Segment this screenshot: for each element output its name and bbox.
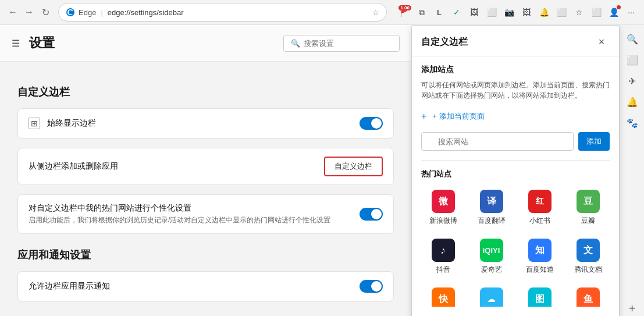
always-show-label: 始终显示边栏 (47, 118, 360, 129)
search-icon: 🔍 (291, 39, 300, 48)
douyin-label: 抖音 (436, 265, 450, 275)
personalize-label: 对自定义边栏中我的热门网站进行个性化设置 (29, 203, 360, 214)
paw-sidebar-button[interactable]: 🐾 (623, 113, 642, 132)
refresh-button[interactable]: ↻ (37, 4, 54, 20)
always-show-toggle[interactable] (360, 117, 383, 130)
settings-search-input[interactable] (304, 39, 392, 48)
personalize-row: 对自定义边栏中我的热门网站进行个性化设置 启用此功能后，我们将根据你的浏览历史记… (18, 195, 393, 233)
hot-site-douyin[interactable]: ♪ 抖音 (421, 235, 465, 278)
customize-sidebar-button[interactable]: 自定义边栏 (324, 157, 383, 176)
more-button[interactable]: ··· (623, 4, 639, 20)
browser-chrome: ← → ↻ Edge | edge://settings/sidebar ☆ 🚩… (0, 0, 644, 25)
sidebar-toggle-button[interactable]: ⬜ (553, 4, 570, 20)
add-remove-apps-card: 从侧边栏添加或删除应用 自定义边栏 (17, 148, 394, 185)
popup-panel: 自定义边栏 × 添加站点 可以将任何网站或网页添加到边栏。添加当前页面、搜索热门… (411, 25, 620, 316)
flag-button[interactable]: 🚩 1.00 (396, 4, 412, 20)
notifications-toggle[interactable] (360, 280, 383, 293)
split-view-button[interactable]: ⧉ (414, 4, 430, 20)
popup-title: 自定义边栏 (421, 36, 468, 48)
hot-site-baidu-zhidao[interactable]: 知 百度知道 (518, 235, 561, 278)
flag-badge: 1.00 (399, 5, 411, 10)
toggle-knob (371, 118, 382, 129)
shields-button[interactable]: ✓ (449, 4, 465, 20)
gallery-button[interactable]: 🖼 (518, 4, 535, 20)
plus-icon: + (421, 111, 426, 122)
favorites-button[interactable]: ☆ (571, 4, 587, 20)
xiaohongshu-icon: 红 (528, 190, 552, 213)
add-site-desc: 可以将任何网站或网页添加到边栏。添加当前页面、搜索热门网站或在下面选择热门网站，… (421, 80, 610, 101)
douban-label: 豆瓣 (581, 216, 595, 226)
notifications-row: 允许边栏应用显示通知 (18, 272, 393, 301)
hot-site-douyu[interactable]: 鱼 斗鱼 (566, 284, 610, 307)
notifications-card: 允许边栏应用显示通知 (17, 271, 394, 301)
add-remove-apps-row: 从侧边栏添加或删除应用 自定义边栏 (18, 148, 393, 184)
hot-site-tencent-docs[interactable]: 文 腾讯文档 (566, 235, 610, 278)
always-show-sidebar-row: ⊞ 始终显示边栏 (18, 109, 393, 138)
hot-site-weibo[interactable]: 微 新浪微博 (421, 186, 465, 229)
add-current-page-button[interactable]: + + 添加当前页面 (421, 109, 610, 124)
readwise-button[interactable]: L (431, 4, 447, 20)
send-sidebar-button[interactable]: ✈ (623, 72, 642, 90)
tencent-docs-icon: 文 (577, 239, 600, 262)
iqiyi-icon: iQIYI (480, 239, 503, 262)
weibo-icon: 微 (432, 190, 455, 213)
personalize-card: 对自定义边栏中我的热门网站进行个性化设置 启用此功能后，我们将根据你的浏览历史记… (17, 194, 394, 234)
tools-sidebar-button[interactable]: ⬜ (623, 51, 642, 69)
screenshot-button[interactable]: 📷 (501, 4, 517, 20)
copy-button[interactable]: ⬜ (483, 4, 500, 20)
image-button[interactable]: 🖼 (466, 4, 482, 20)
personalize-sub: 启用此功能后，我们将根据你的浏览历史记录/活动对自定义边栏中显示的热门网站进行个… (29, 215, 360, 225)
search-site-input[interactable] (421, 132, 574, 151)
address-text: edge://settings/sidebar (108, 8, 184, 17)
add-site-title: 添加站点 (421, 65, 610, 75)
hot-site-baidu-netdisk[interactable]: ☁ 百度网盘 (469, 284, 513, 307)
hot-sites-title: 热门站点 (421, 169, 610, 179)
hot-site-qiantu[interactable]: 图 千图网 (518, 284, 561, 307)
toolbar: 🚩 1.00 ⧉ L ✓ 🖼 ⬜ 📷 🖼 🔔 ⬜ ☆ ⬜ 👤 ··· (396, 4, 639, 20)
notifications-label: 允许边栏应用显示通知 (29, 281, 360, 292)
hot-site-xiaohongshu[interactable]: 红 小红书 (518, 186, 561, 229)
star-icon[interactable]: ☆ (372, 8, 379, 17)
xiaohongshu-label: 小红书 (529, 216, 550, 226)
profile-button[interactable]: 👤 (606, 4, 622, 20)
popup-close-button[interactable]: × (593, 34, 610, 50)
notification-sidebar-button[interactable]: 🔔 (623, 93, 642, 111)
back-button[interactable]: ← (5, 4, 21, 20)
content-area: ☰ 设置 🔍 自定义边栏 ⊞ 始终显示边栏 (0, 25, 644, 316)
add-sidebar-button[interactable]: + (623, 299, 642, 316)
baidu-translate-label: 百度翻译 (478, 216, 506, 226)
hot-site-douban[interactable]: 豆 豆瓣 (566, 186, 610, 229)
share-button[interactable]: 🔔 (536, 4, 552, 20)
hot-sites-grid: 微 新浪微博 译 百度翻译 (421, 186, 610, 307)
settings-content: 自定义边栏 ⊞ 始终显示边栏 从侧边栏添加或删除应用 自定义边栏 (0, 62, 411, 316)
toggle-knob-3 (371, 281, 382, 292)
search-sidebar-button[interactable]: 🔍 (623, 30, 642, 48)
hot-site-iqiyi[interactable]: iQIYI 爱奇艺 (469, 235, 513, 278)
personalize-toggle[interactable] (360, 208, 383, 221)
always-show-sidebar-card: ⊞ 始终显示边栏 (17, 108, 394, 139)
tencent-docs-label: 腾讯文档 (574, 265, 602, 275)
hamburger-icon[interactable]: ☰ (12, 38, 20, 49)
divider (421, 160, 610, 161)
douyin-icon: ♪ (432, 239, 455, 262)
add-site-button[interactable]: 添加 (578, 132, 610, 151)
right-side: 自定义边栏 × 添加站点 可以将任何网站或网页添加到边栏。添加当前页面、搜索热门… (411, 25, 644, 316)
qiantu-icon: 图 (528, 287, 552, 307)
section-title-notifications: 应用和通知设置 (17, 248, 394, 262)
hot-site-baidu-translate[interactable]: 译 百度翻译 (469, 186, 513, 229)
sidebar-icon: ⊞ (29, 118, 40, 129)
kuaishou-icon: 快 (432, 287, 455, 307)
iqiyi-label: 爱奇艺 (481, 265, 502, 275)
forward-button[interactable]: → (21, 4, 37, 20)
douban-icon: 豆 (577, 190, 600, 213)
hot-site-kuaishou[interactable]: 快 快手 (421, 284, 465, 307)
edge-logo-icon (66, 8, 75, 17)
brand-label: Edge (79, 8, 96, 17)
collections-button[interactable]: ⬜ (588, 4, 604, 20)
address-bar[interactable]: Edge | edge://settings/sidebar ☆ (58, 3, 387, 22)
settings-search-box[interactable]: 🔍 (283, 35, 400, 52)
baidu-netdisk-icon: ☁ (480, 287, 503, 307)
sidebar-right-icons: 🔍 ⬜ ✈ 🔔 🐾 + (620, 25, 644, 316)
section-title-sidebar: 自定义边栏 (17, 85, 394, 99)
popup-header: 自定义边栏 × (412, 26, 619, 56)
